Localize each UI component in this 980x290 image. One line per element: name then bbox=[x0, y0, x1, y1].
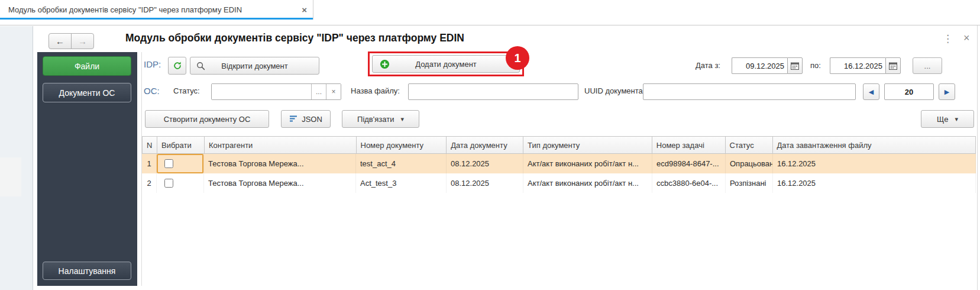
cell-contragent[interactable]: Тестова Торгова Мережа... bbox=[204, 173, 356, 193]
cell-doc-type[interactable]: Акт/акт виконаних робіт/акт н... bbox=[523, 154, 652, 173]
background-panel-fragment bbox=[0, 157, 21, 196]
date-from-group bbox=[732, 57, 803, 74]
cell-upload-date[interactable]: 16.12.2025 bbox=[773, 173, 976, 193]
add-document-label: Додати документ bbox=[415, 60, 477, 69]
sidebar-item-files[interactable]: Файли bbox=[43, 56, 131, 76]
column-header-status[interactable]: Статус bbox=[726, 137, 773, 153]
forward-button[interactable]: → bbox=[71, 33, 94, 49]
date-to-label: по: bbox=[810, 61, 821, 70]
date-more-button[interactable]: ... bbox=[913, 57, 942, 74]
table-header-row: N Вибрати Контрагенти Номер документу Да… bbox=[142, 136, 976, 154]
tab-close-icon[interactable]: × bbox=[302, 5, 307, 14]
page-size-input[interactable] bbox=[884, 83, 934, 100]
calendar-button[interactable] bbox=[787, 57, 803, 74]
next-page-button[interactable]: ▶ bbox=[939, 83, 955, 100]
tab-bar: Модуль обробки документів сервісу "IDP" … bbox=[0, 0, 980, 25]
cell-status[interactable]: Опрацьовані bbox=[726, 154, 773, 173]
table-row[interactable]: 1 Тестова Торгова Мережа... test_act_4 0… bbox=[142, 154, 976, 173]
refresh-button[interactable] bbox=[168, 57, 186, 75]
calendar-button[interactable] bbox=[885, 57, 901, 74]
open-document-label: Відкрити документ bbox=[221, 62, 287, 70]
more-actions-button[interactable]: Ще ▾ bbox=[921, 110, 974, 128]
cell-select[interactable] bbox=[157, 154, 204, 173]
filename-input[interactable] bbox=[408, 83, 578, 100]
date-from-label: Дата з: bbox=[696, 61, 720, 70]
cell-doc-number[interactable]: test_act_4 bbox=[356, 154, 447, 173]
documents-table: N Вибрати Контрагенти Номер документу Да… bbox=[142, 136, 976, 193]
tab-title: Модуль обробки документів сервісу "IDP" … bbox=[8, 5, 296, 14]
status-field-group: ... × bbox=[211, 83, 341, 100]
annotation-step-badge: 1 bbox=[506, 46, 529, 70]
window-close-icon[interactable]: × bbox=[963, 32, 970, 44]
row-checkbox[interactable] bbox=[164, 159, 173, 168]
cell-upload-date[interactable]: 16.12.2025 bbox=[773, 154, 976, 173]
cell-task-number[interactable]: ecd98984-8647-... bbox=[652, 154, 726, 173]
active-tab-indicator bbox=[0, 18, 313, 20]
json-icon bbox=[289, 115, 297, 123]
column-header-task-number[interactable]: Номер задачі bbox=[652, 137, 726, 153]
cell-doc-date[interactable]: 08.12.2025 bbox=[447, 173, 523, 193]
next-page-icon: ▶ bbox=[945, 88, 949, 96]
calendar-icon bbox=[889, 62, 897, 70]
caret-down-icon: ▾ bbox=[400, 115, 404, 123]
prev-page-button[interactable]: ◀ bbox=[863, 83, 879, 100]
date-from-input[interactable] bbox=[732, 57, 787, 74]
calendar-icon bbox=[791, 62, 799, 70]
cell-doc-date[interactable]: 08.12.2025 bbox=[447, 154, 523, 173]
open-document-button[interactable]: Відкрити документ bbox=[190, 57, 319, 75]
column-header-contragents[interactable]: Контрагенти bbox=[205, 137, 357, 153]
sidebar-item-settings[interactable]: Налаштування bbox=[43, 262, 131, 280]
cell-doc-number[interactable]: Act_test_3 bbox=[356, 173, 447, 193]
column-header-n[interactable]: N bbox=[143, 137, 157, 153]
filename-label: Назва файлу: bbox=[351, 86, 400, 95]
cell-select[interactable] bbox=[157, 173, 204, 193]
annotation-highlight-box: Додати документ bbox=[368, 51, 524, 76]
row-checkbox[interactable] bbox=[164, 179, 173, 188]
more-label: Ще bbox=[937, 115, 948, 124]
prev-page-icon: ◀ bbox=[869, 88, 874, 96]
status-choose-button[interactable]: ... bbox=[311, 84, 326, 99]
uuid-label: UUID документа: bbox=[584, 86, 645, 95]
idp-group-label: IDP: bbox=[144, 59, 161, 69]
column-header-doc-date[interactable]: Дата документу bbox=[447, 137, 523, 153]
os-group-label: ОС: bbox=[144, 86, 160, 96]
add-document-button[interactable]: Додати документ bbox=[372, 55, 520, 73]
table-row[interactable]: 2 Тестова Торгова Мережа... Act_test_3 0… bbox=[142, 173, 976, 193]
status-label: Статус: bbox=[173, 86, 200, 95]
column-header-doc-type[interactable]: Тип документу bbox=[523, 137, 652, 153]
column-header-doc-number[interactable]: Номер документу bbox=[357, 137, 447, 153]
column-header-select[interactable]: Вибрати bbox=[157, 137, 205, 153]
status-input[interactable] bbox=[212, 84, 311, 99]
kebab-menu-icon[interactable]: ⋮ bbox=[943, 33, 953, 45]
cell-contragent[interactable]: Тестова Торгова Мережа... bbox=[204, 154, 356, 173]
caret-down-icon: ▾ bbox=[955, 115, 958, 123]
uuid-input[interactable] bbox=[643, 83, 856, 100]
cell-doc-type[interactable]: Акт/акт виконаних робіт/акт н... bbox=[523, 173, 652, 193]
column-header-upload-date[interactable]: Дата завантаження файлу bbox=[773, 137, 975, 153]
search-icon bbox=[196, 62, 205, 70]
app-page: Модуль обробки документів сервісу "IDP" … bbox=[0, 0, 980, 290]
page-title: Модуль обробки документів сервісу "IDP" … bbox=[125, 32, 464, 44]
forward-arrow-icon: → bbox=[78, 36, 87, 46]
status-clear-icon[interactable]: × bbox=[326, 84, 341, 99]
json-button[interactable]: JSON bbox=[281, 110, 331, 128]
back-arrow-icon: ← bbox=[56, 36, 64, 46]
tab-idp-module[interactable]: Модуль обробки документів сервісу "IDP" … bbox=[0, 0, 313, 20]
sidebar: Файли Документи ОС Налаштування bbox=[37, 52, 137, 286]
bind-label: Підв'язати bbox=[357, 115, 394, 124]
history-nav: ← → bbox=[48, 33, 94, 49]
module-window: ← → Модуль обробки документів сервісу "I… bbox=[34, 25, 978, 290]
cell-n[interactable]: 1 bbox=[142, 154, 157, 173]
date-to-input[interactable] bbox=[830, 57, 885, 74]
cell-status[interactable]: Розпізнані bbox=[726, 173, 773, 193]
bind-button[interactable]: Підв'язати ▾ bbox=[342, 110, 419, 128]
cell-n[interactable]: 2 bbox=[142, 173, 157, 193]
date-to-group bbox=[830, 57, 901, 74]
refresh-icon bbox=[173, 61, 182, 70]
cell-task-number[interactable]: ccbc3880-6e04-... bbox=[652, 173, 726, 193]
sidebar-item-os-documents[interactable]: Документи ОС bbox=[43, 83, 131, 102]
json-label: JSON bbox=[302, 115, 322, 124]
plus-icon bbox=[380, 59, 390, 69]
create-os-document-button[interactable]: Створити документу ОС bbox=[145, 110, 269, 128]
back-button[interactable]: ← bbox=[48, 33, 72, 49]
